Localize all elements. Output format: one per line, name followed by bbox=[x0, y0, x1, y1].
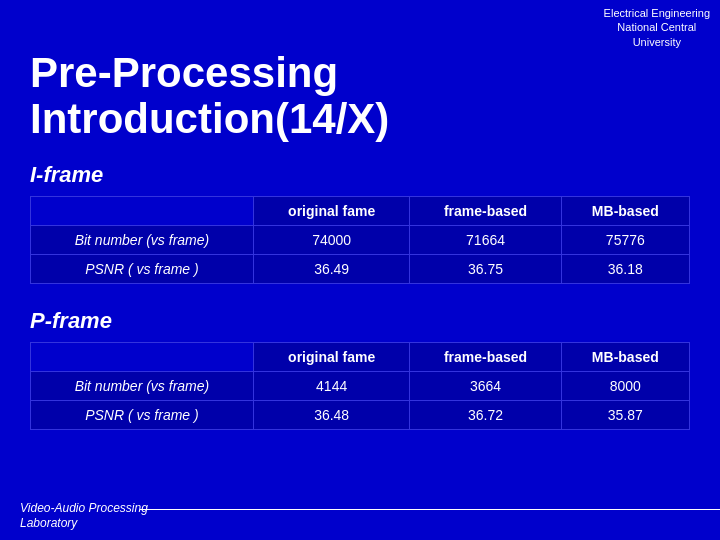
row-frame-based: 71664 bbox=[410, 226, 561, 255]
lab-label: Video-Audio Processing Laboratory bbox=[20, 501, 148, 532]
main-content: I-frame original fame frame-based MB-bas… bbox=[0, 162, 720, 430]
row-frame-based: 3664 bbox=[410, 372, 561, 401]
pframe-header-original: original fame bbox=[253, 343, 410, 372]
table-row: Bit number (vs frame) 74000 71664 75776 bbox=[31, 226, 690, 255]
row-frame-based: 36.75 bbox=[410, 255, 561, 284]
row-mb-based: 35.87 bbox=[561, 401, 689, 430]
table-row: Bit number (vs frame) 4144 3664 8000 bbox=[31, 372, 690, 401]
row-mb-based: 75776 bbox=[561, 226, 689, 255]
row-label: PSNR ( vs frame ) bbox=[31, 255, 254, 284]
pframe-section-label: P-frame bbox=[30, 308, 690, 334]
lab-line1: Video-Audio Processing bbox=[20, 501, 148, 517]
university-logo: Electrical Engineering National Central … bbox=[604, 6, 710, 49]
iframe-section-label: I-frame bbox=[30, 162, 690, 188]
row-original: 36.48 bbox=[253, 401, 410, 430]
table-row: PSNR ( vs frame ) 36.48 36.72 35.87 bbox=[31, 401, 690, 430]
row-mb-based: 36.18 bbox=[561, 255, 689, 284]
row-label: Bit number (vs frame) bbox=[31, 226, 254, 255]
bottom-divider bbox=[140, 509, 720, 510]
logo-line3: University bbox=[604, 35, 710, 49]
iframe-header-original: original fame bbox=[253, 197, 410, 226]
lab-line2: Laboratory bbox=[20, 516, 148, 532]
table-row: PSNR ( vs frame ) 36.49 36.75 36.18 bbox=[31, 255, 690, 284]
logo-line2: National Central bbox=[604, 20, 710, 34]
pframe-header-frame-based: frame-based bbox=[410, 343, 561, 372]
row-label: Bit number (vs frame) bbox=[31, 372, 254, 401]
logo-line1: Electrical Engineering bbox=[604, 6, 710, 20]
row-mb-based: 8000 bbox=[561, 372, 689, 401]
pframe-header-mb-based: MB-based bbox=[561, 343, 689, 372]
iframe-header-mb-based: MB-based bbox=[561, 197, 689, 226]
row-frame-based: 36.72 bbox=[410, 401, 561, 430]
pframe-table: original fame frame-based MB-based Bit n… bbox=[30, 342, 690, 430]
row-original: 74000 bbox=[253, 226, 410, 255]
iframe-table: original fame frame-based MB-based Bit n… bbox=[30, 196, 690, 284]
iframe-header-empty bbox=[31, 197, 254, 226]
row-label: PSNR ( vs frame ) bbox=[31, 401, 254, 430]
row-original: 4144 bbox=[253, 372, 410, 401]
pframe-header-empty bbox=[31, 343, 254, 372]
iframe-header-frame-based: frame-based bbox=[410, 197, 561, 226]
row-original: 36.49 bbox=[253, 255, 410, 284]
